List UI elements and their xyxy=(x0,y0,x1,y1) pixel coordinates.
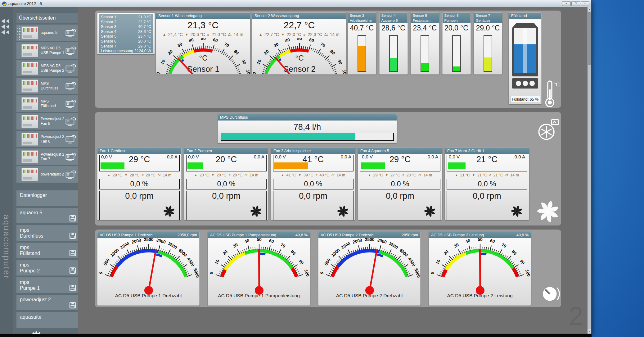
svg-text:2000: 2000 xyxy=(352,238,363,244)
save-icon[interactable] xyxy=(69,232,76,239)
page-thumbnail[interactable] xyxy=(21,80,38,93)
page-thumbnail[interactable] xyxy=(21,62,38,75)
svg-text:3000: 3000 xyxy=(156,238,166,244)
sidebar-page-item[interactable]: poweradjust 2 ⚙ xyxy=(16,166,87,183)
panel-header[interactable]: Fan 2 Pumpen xyxy=(184,148,268,154)
bar-title: Sensor 3 xyxy=(350,13,374,18)
sidebar-page-item[interactable]: Poweradjust 2 Fan 7 ⚙ xyxy=(16,148,87,165)
scroll-down-icon[interactable]: ▼ xyxy=(588,329,591,334)
fan-rpm-value: 0,0 rpm xyxy=(273,191,353,201)
scroll-up-icon[interactable]: ▲ xyxy=(588,7,591,11)
page-thumbnail[interactable] xyxy=(21,115,38,128)
sensor-label: Sensor 5 xyxy=(101,34,116,39)
delta-t-value: 14 m xyxy=(163,171,171,179)
save-icon[interactable] xyxy=(69,250,76,257)
panel-header[interactable]: AC D5 USB Pumpe 1 Pumpenleistung 49,8 % xyxy=(208,232,310,238)
sidebar-page-item[interactable]: Poweradjust 2 Fan 6 ⚙ xyxy=(16,131,87,147)
show-on-desktop-icon[interactable] xyxy=(65,152,77,162)
panel-header[interactable]: Sensor 3 Arbeitspeicher xyxy=(348,13,376,23)
svg-text:100: 100 xyxy=(304,269,310,277)
fan-rpm-meter: 0,0 rpm xyxy=(273,191,354,220)
panel-header[interactable]: Fan 3 Arbeitsspeicher xyxy=(271,148,355,154)
save-icon[interactable] xyxy=(69,285,76,291)
svg-text:30: 30 xyxy=(273,41,280,48)
avg-icon: ø xyxy=(402,171,404,179)
panel-header[interactable]: Sensor 6 Pumpen xyxy=(443,13,471,23)
titlebar[interactable]: aquasuite 2012 - 6 – □ × xyxy=(0,0,591,7)
sidebar-section-item[interactable]: mps Füllstand ⚙ xyxy=(16,243,87,258)
svg-text:100: 100 xyxy=(245,69,250,74)
show-on-desktop-icon[interactable] xyxy=(65,116,77,126)
sidebar-section-item[interactable]: mps Durchfluss ⚙ xyxy=(16,225,87,241)
sidebar-page-item[interactable]: MPS AC D5 USB Pumpe 1 ⚙ xyxy=(16,42,87,59)
save-icon[interactable] xyxy=(69,267,76,274)
pump-gauge: 0500100015002000250030003500400045005000 xyxy=(318,238,421,295)
section-label: mps Pumpe 1 xyxy=(20,279,40,291)
sidebar-section-item[interactable]: mps Pumpe 2 ⚙ xyxy=(16,260,87,276)
show-on-desktop-icon[interactable] xyxy=(65,99,77,109)
show-on-desktop-icon[interactable] xyxy=(65,81,77,91)
vertical-scrollbar[interactable]: ▲ ▼ xyxy=(588,7,591,334)
pump-caption: AC D5 USB Pumpe 1 Drehzahl xyxy=(97,293,199,298)
panel-header[interactable]: AC D5 USB Pumpe 1 Drehzahl 2858,0 rpm xyxy=(97,232,199,238)
page-thumbnail[interactable] xyxy=(21,26,38,39)
avg-icon: ø xyxy=(207,33,209,36)
min-icon: ▼ xyxy=(281,33,285,36)
maximize-button[interactable]: □ xyxy=(571,1,580,6)
panel-header[interactable]: AC D5 USB Pumpe 2 Leistung 49,8 % xyxy=(429,232,531,238)
sensor-table-row: Sensor 5 23,4 °C xyxy=(99,34,153,39)
sidebar-page-item[interactable]: aquaero 5 ⚙ xyxy=(16,25,87,41)
window-title: aquasuite 2012 - 6 xyxy=(8,1,42,6)
page-thumbnail[interactable] xyxy=(21,97,38,110)
svg-text:70: 70 xyxy=(223,41,230,48)
panel-header[interactable]: AC D5 USB Pumpe 2 Drehzahl 2858 rpm xyxy=(318,232,420,238)
sidebar-section-item[interactable]: aquasuite ⚙ xyxy=(16,312,87,328)
sidebar-section-item[interactable]: mps Pumpe 1 ⚙ xyxy=(16,277,87,293)
desktop-background: aquasuite 2012 - 6 – □ × aquacomputer Üb… xyxy=(0,0,644,337)
sidebar-section-item[interactable]: aquaero 5 ⚙ xyxy=(16,208,87,223)
panel-header[interactable]: MPS Durchfluss xyxy=(218,114,397,121)
show-on-desktop-icon[interactable] xyxy=(65,170,77,180)
sensor-table: Sensor 1 21,3 °C Sensor 2 22,7 °C Sensor… xyxy=(97,13,155,54)
panel-header[interactable]: Sensor 2 Wasserausgang xyxy=(252,13,346,19)
scrollbar-thumb[interactable] xyxy=(588,12,591,65)
save-icon[interactable] xyxy=(69,215,76,222)
panel-header[interactable]: Fan 4 Aquaero 5 xyxy=(358,148,442,154)
close-button[interactable]: × xyxy=(581,1,589,6)
min-value: 20,6 °C xyxy=(191,32,205,37)
sensor-value: 22,7 °C xyxy=(138,20,151,25)
show-on-desktop-icon[interactable] xyxy=(65,134,77,144)
svg-text:70: 70 xyxy=(320,41,327,48)
brand-vertical-text: aquacomputer xyxy=(2,215,11,280)
panel-header[interactable]: Sensor 1 Wassereingang xyxy=(156,13,250,19)
pump-gauge-panel: AC D5 USB Pumpe 1 Drehzahl 2858,0 rpm 05… xyxy=(97,232,200,306)
sidebar-page-item[interactable]: MPS Füllstand ⚙ xyxy=(16,95,87,112)
panel-header[interactable]: Fan 1 Gehäuse xyxy=(97,148,181,154)
sidebar-page-item[interactable]: MPS AC D5 USB Pumpe 2 ⚙ xyxy=(16,60,87,76)
svg-text:°C: °C xyxy=(295,54,304,62)
page-thumbnail[interactable] xyxy=(21,168,38,181)
panel-header[interactable]: Sensor 4 Aquaero 5 xyxy=(380,13,408,23)
page-thumbnail[interactable] xyxy=(21,133,38,146)
minimize-button[interactable]: – xyxy=(562,1,571,6)
page-thumbnail[interactable] xyxy=(21,150,38,163)
panel-header[interactable]: Sensor 5 Festplatten xyxy=(411,13,439,23)
fan-voltage-bar xyxy=(274,162,308,169)
drag-handle[interactable] xyxy=(17,26,21,40)
show-on-desktop-icon[interactable] xyxy=(65,63,77,73)
delta-t-icon: Δt xyxy=(228,33,231,36)
show-on-desktop-icon[interactable] xyxy=(65,46,77,56)
show-on-desktop-icon[interactable] xyxy=(65,28,77,38)
bar-title: Sensor 5 xyxy=(413,13,437,18)
page-thumbnail[interactable] xyxy=(21,44,38,57)
save-icon[interactable] xyxy=(69,302,76,309)
pump-gauge-panel: AC D5 USB Pumpe 1 Pumpenleistung 49,8 % … xyxy=(208,232,310,306)
sidebar-section-item[interactable]: Datenlogger ⚙ xyxy=(16,190,87,206)
sidebar-page-item[interactable]: MPS Durchfluss ⚙ xyxy=(16,78,87,94)
sidebar-section-item[interactable]: poweradjust 2 ⚙ xyxy=(16,295,87,310)
panel-header[interactable]: Fan 7 Mora 3 Gerät 1 xyxy=(445,148,529,154)
panel-header[interactable]: Füllstand xyxy=(509,13,541,19)
pump-header-value: 49,8 % xyxy=(516,232,529,238)
sidebar-page-item[interactable]: Poweradjust 2 Fan 5 ⚙ xyxy=(16,113,87,130)
panel-header[interactable]: Sensor 7 Gehäuse xyxy=(474,13,502,23)
